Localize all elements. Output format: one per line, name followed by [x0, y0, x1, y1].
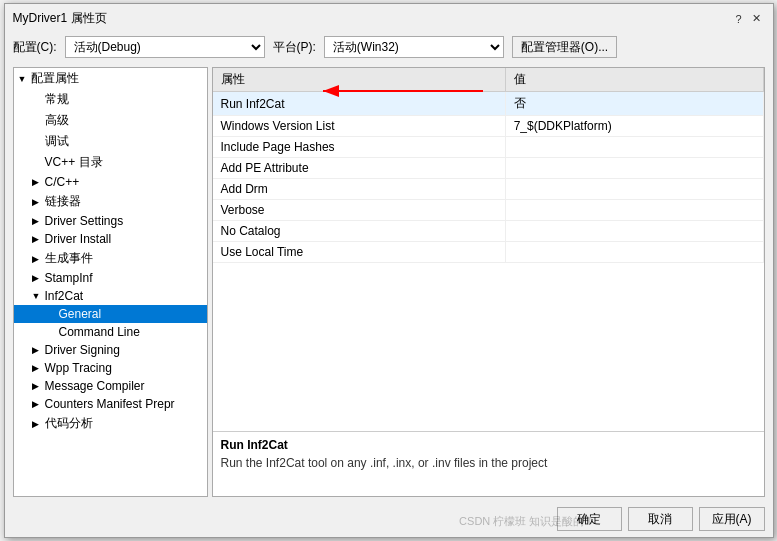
prop-name: Use Local Time: [213, 242, 506, 263]
value-header: 值: [505, 68, 763, 92]
tree-panel: ▼配置属性常规高级调试VC++ 目录▶C/C++▶链接器▶Driver Sett…: [13, 67, 208, 497]
tree-arrow: ▶: [32, 177, 42, 187]
prop-value: [505, 137, 763, 158]
tree-arrow: ▶: [32, 419, 42, 429]
prop-name: Add Drm: [213, 179, 506, 200]
config-select[interactable]: 活动(Debug): [65, 36, 265, 58]
prop-value: [505, 200, 763, 221]
tree-item-inf2cat[interactable]: ▼Inf2Cat: [14, 287, 207, 305]
table-row[interactable]: Include Page Hashes: [213, 137, 764, 158]
tree-item-label: Wpp Tracing: [45, 361, 112, 375]
tree-arrow: ▶: [32, 381, 42, 391]
dialog: MyDriver1 属性页 ? ✕ 配置(C): 活动(Debug) 平台(P)…: [4, 3, 774, 538]
prop-value: [505, 158, 763, 179]
config-label: 配置(C):: [13, 39, 57, 56]
tree-item-label: Message Compiler: [45, 379, 145, 393]
prop-name: Include Page Hashes: [213, 137, 506, 158]
tree-arrow: ▶: [32, 273, 42, 283]
ok-button[interactable]: 确定: [557, 507, 622, 531]
title-bar-buttons: ? ✕: [731, 11, 765, 27]
tree-arrow: ▶: [32, 254, 42, 264]
table-row[interactable]: Add Drm: [213, 179, 764, 200]
tree-item-label: Driver Settings: [45, 214, 124, 228]
tree-arrow: ▶: [32, 234, 42, 244]
close-button[interactable]: ✕: [749, 11, 765, 27]
main-content: ▼配置属性常规高级调试VC++ 目录▶C/C++▶链接器▶Driver Sett…: [13, 67, 765, 497]
props-table: 属性 值 Run Inf2Cat否Windows Version List7_$…: [213, 68, 764, 431]
tree-arrow: ▼: [18, 74, 28, 84]
tree-item-label: General: [59, 307, 102, 321]
tree-item-driver-signing[interactable]: ▶Driver Signing: [14, 341, 207, 359]
apply-button[interactable]: 应用(A): [699, 507, 765, 531]
tree-item-message-compiler[interactable]: ▶Message Compiler: [14, 377, 207, 395]
table-row[interactable]: Run Inf2Cat否: [213, 92, 764, 116]
tree-item-build-events[interactable]: ▶生成事件: [14, 248, 207, 269]
table-row[interactable]: Add PE Attribute: [213, 158, 764, 179]
attribute-header: 属性: [213, 68, 506, 92]
tree-item-driver-install[interactable]: ▶Driver Install: [14, 230, 207, 248]
tree-item-advanced[interactable]: 高级: [14, 110, 207, 131]
tree-item-label: 代码分析: [45, 415, 93, 432]
tree-item-code-analysis[interactable]: ▶代码分析: [14, 413, 207, 434]
description-title: Run Inf2Cat: [221, 438, 756, 452]
tree-arrow: ▶: [32, 197, 42, 207]
tree-item-cpp[interactable]: ▶C/C++: [14, 173, 207, 191]
prop-value: 否: [505, 92, 763, 116]
table-row[interactable]: Use Local Time: [213, 242, 764, 263]
tree-item-debug[interactable]: 调试: [14, 131, 207, 152]
table-row[interactable]: Windows Version List7_$(DDKPlatform): [213, 116, 764, 137]
table-row[interactable]: No Catalog: [213, 221, 764, 242]
platform-select[interactable]: 活动(Win32): [324, 36, 504, 58]
tree-item-command-line[interactable]: Command Line: [14, 323, 207, 341]
tree-item-label: Inf2Cat: [45, 289, 84, 303]
tree-item-wpp-tracing[interactable]: ▶Wpp Tracing: [14, 359, 207, 377]
prop-value: 7_$(DDKPlatform): [505, 116, 763, 137]
tree-arrow: ▶: [32, 216, 42, 226]
bottom-buttons: 确定 取消 应用(A) CSDN 柠檬班 知识是酸的®: [5, 501, 773, 537]
prop-name: No Catalog: [213, 221, 506, 242]
tree-item-label: StampInf: [45, 271, 93, 285]
title-bar: MyDriver1 属性页 ? ✕: [5, 4, 773, 31]
prop-name: Add PE Attribute: [213, 158, 506, 179]
tree-item-common[interactable]: 常规: [14, 89, 207, 110]
tree-arrow: ▶: [32, 345, 42, 355]
tree-arrow: ▶: [32, 363, 42, 373]
prop-value: [505, 179, 763, 200]
tree-item-vcpp-dirs[interactable]: VC++ 目录: [14, 152, 207, 173]
prop-name: Run Inf2Cat: [213, 92, 506, 116]
right-panel: 属性 值 Run Inf2Cat否Windows Version List7_$…: [212, 67, 765, 497]
tree-item-label: 常规: [45, 91, 69, 108]
prop-value: [505, 221, 763, 242]
tree-item-label: 调试: [45, 133, 69, 150]
tree-item-label: 配置属性: [31, 70, 79, 87]
tree-item-label: Command Line: [59, 325, 140, 339]
tree-item-driver-settings[interactable]: ▶Driver Settings: [14, 212, 207, 230]
description-text: Run the Inf2Cat tool on any .inf, .inx, …: [221, 456, 756, 470]
prop-name: Verbose: [213, 200, 506, 221]
tree-item-label: 生成事件: [45, 250, 93, 267]
tree-item-label: C/C++: [45, 175, 80, 189]
tree-arrow: ▶: [32, 399, 42, 409]
tree-arrow: ▼: [32, 291, 42, 301]
config-manager-button[interactable]: 配置管理器(O)...: [512, 36, 617, 58]
platform-label: 平台(P):: [273, 39, 316, 56]
tree-item-stampinf[interactable]: ▶StampInf: [14, 269, 207, 287]
cancel-button[interactable]: 取消: [628, 507, 693, 531]
tree-item-counters-manifest[interactable]: ▶Counters Manifest Prepr: [14, 395, 207, 413]
tree-item-label: Driver Install: [45, 232, 112, 246]
tree-item-label: 链接器: [45, 193, 81, 210]
tree-item-linker[interactable]: ▶链接器: [14, 191, 207, 212]
toolbar: 配置(C): 活动(Debug) 平台(P): 活动(Win32) 配置管理器(…: [5, 31, 773, 63]
help-button[interactable]: ?: [731, 11, 747, 27]
table-row[interactable]: Verbose: [213, 200, 764, 221]
tree-item-label: Driver Signing: [45, 343, 120, 357]
tree-item-config-props[interactable]: ▼配置属性: [14, 68, 207, 89]
tree-item-label: 高级: [45, 112, 69, 129]
tree-item-label: Counters Manifest Prepr: [45, 397, 175, 411]
dialog-title: MyDriver1 属性页: [13, 10, 107, 27]
description-panel: Run Inf2Cat Run the Inf2Cat tool on any …: [213, 431, 764, 496]
tree-item-label: VC++ 目录: [45, 154, 103, 171]
prop-name: Windows Version List: [213, 116, 506, 137]
tree-item-general[interactable]: General: [14, 305, 207, 323]
prop-value: [505, 242, 763, 263]
